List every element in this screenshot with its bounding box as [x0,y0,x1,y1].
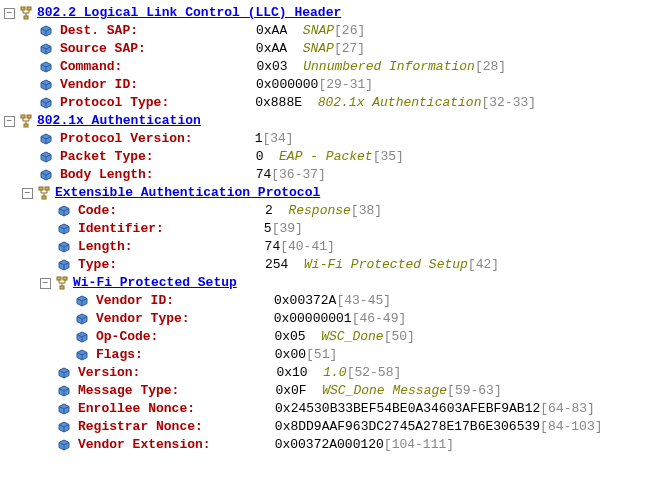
section-title[interactable]: 802.1x Authentication [37,112,201,130]
field-bytes: [36-37] [271,166,326,184]
field-dest-sap[interactable]: Dest. SAP: 0xAA SNAP [26] [4,22,668,40]
field-value: 0x00372A000120 [275,436,384,454]
field-value: 0x888E [255,94,302,112]
field-eap-length[interactable]: Length: 74 [40-41] [4,238,668,256]
collapse-icon[interactable]: − [40,278,51,289]
svg-rect-27 [21,115,25,118]
field-label: Code: [78,202,117,220]
field-eap-type[interactable]: Type: 254 Wi-Fi Protected Setup [42] [4,256,668,274]
field-label: Vendor ID: [96,292,174,310]
field-value: 0x0F [275,382,306,400]
field-value: 0xAA [256,22,287,40]
field-value: 0x00000001 [274,310,352,328]
field-bytes: [43-45] [336,292,391,310]
field-value: 74 [256,166,272,184]
field-value: 0x00 [275,346,306,364]
section-eap-header[interactable]: − Extensible Authentication Protocol [4,184,668,202]
field-label: Packet Type: [60,148,154,166]
field-icon [76,313,90,325]
field-value: 0x00372A [274,292,336,310]
field-value: 254 [265,256,288,274]
field-icon [40,43,54,55]
svg-rect-33 [24,124,28,127]
field-wps-opcode[interactable]: Op-Code: 0x05 WSC_Done [50] [4,328,668,346]
field-bytes: [38] [351,202,382,220]
field-value: 0x03 [256,58,287,76]
field-value: 0x24530B33BEF54BE0A34603AFEBF9AB12 [275,400,540,418]
field-icon [58,259,72,271]
field-label: Op-Code: [96,328,158,346]
field-bytes: [104-111] [384,436,454,454]
field-label: Command: [60,58,122,76]
field-meaning: EAP - Packet [279,148,373,166]
svg-rect-28 [27,115,31,118]
field-icon [58,241,72,253]
section-dot1x-header[interactable]: − 802.1x Authentication [4,112,668,130]
svg-rect-47 [45,187,49,190]
field-icon [58,205,72,217]
field-bytes: [27] [334,40,365,58]
field-icon [58,223,72,235]
field-packet-type[interactable]: Packet Type: 0 EAP - Packet [35] [4,148,668,166]
field-protocol-type[interactable]: Protocol Type: 0x888E 802.1x Authenticat… [4,94,668,112]
section-title[interactable]: Wi-Fi Protected Setup [73,274,237,292]
protocol-group-icon [19,114,33,128]
field-body-length[interactable]: Body Length: 74 [36-37] [4,166,668,184]
svg-rect-70 [63,277,67,280]
field-bytes: [32-33] [481,94,536,112]
section-wps-header[interactable]: − Wi-Fi Protected Setup [4,274,668,292]
field-label: Enrollee Nonce: [78,400,195,418]
field-icon [40,25,54,37]
field-icon [40,97,54,109]
field-meaning: WSC_Done [321,328,383,346]
field-value: 0x000000 [256,76,318,94]
field-wps-enrollee-nonce[interactable]: Enrollee Nonce: 0x24530B33BEF54BE0A34603… [4,400,668,418]
field-icon [58,439,72,451]
field-bytes: [84-103] [540,418,602,436]
field-value: 0xAA [256,40,287,58]
collapse-icon[interactable]: − [4,116,15,127]
collapse-icon[interactable]: − [22,188,33,199]
field-protocol-version[interactable]: Protocol Version: 1 [34] [4,130,668,148]
field-label: Protocol Version: [60,130,193,148]
field-bytes: [50] [384,328,415,346]
field-meaning: SNAP [303,22,334,40]
field-wps-vendor-extension[interactable]: Vendor Extension: 0x00372A000120 [104-11… [4,436,668,454]
field-meaning: 802.1x Authentication [318,94,482,112]
field-icon [40,61,54,73]
field-meaning: Wi-Fi Protected Setup [304,256,468,274]
field-icon [40,79,54,91]
field-eap-identifier[interactable]: Identifier: 5 [39] [4,220,668,238]
field-wps-message-type[interactable]: Message Type: 0x0F WSC_Done Message [59-… [4,382,668,400]
section-llc-header[interactable]: − 802.2 Logical Link Control (LLC) Heade… [4,4,668,22]
field-icon [58,367,72,379]
field-source-sap[interactable]: Source SAP: 0xAA SNAP [27] [4,40,668,58]
svg-rect-6 [24,16,28,19]
collapse-icon[interactable]: − [4,8,15,19]
field-bytes: [29-31] [318,76,373,94]
field-label: Length: [78,238,133,256]
field-wps-version[interactable]: Version: 0x10 1.0 [52-58] [4,364,668,382]
field-wps-vendor-type[interactable]: Vendor Type: 0x00000001 [46-49] [4,310,668,328]
field-icon [76,349,90,361]
section-title[interactable]: Extensible Authentication Protocol [55,184,320,202]
svg-rect-46 [39,187,43,190]
field-bytes: [42] [468,256,499,274]
section-title[interactable]: 802.2 Logical Link Control (LLC) Header [37,4,341,22]
field-label: Flags: [96,346,143,364]
field-eap-code[interactable]: Code: 2 Response [38] [4,202,668,220]
field-bytes: [26] [334,22,365,40]
field-value: 0 [256,148,264,166]
field-command[interactable]: Command: 0x03 Unnumbered Information [28… [4,58,668,76]
svg-rect-69 [57,277,61,280]
field-value: 0x05 [274,328,305,346]
field-label: Vendor Extension: [78,436,211,454]
field-llc-vendor-id[interactable]: Vendor ID: 0x000000 [29-31] [4,76,668,94]
field-wps-registrar-nonce[interactable]: Registrar Nonce: 0x8DD9AAF963DC2745A278E… [4,418,668,436]
field-icon [58,403,72,415]
field-meaning: Unnumbered Information [303,58,475,76]
field-wps-flags[interactable]: Flags: 0x00 [51] [4,346,668,364]
field-label: Vendor ID: [60,76,138,94]
svg-rect-75 [60,286,64,289]
field-wps-vendor-id[interactable]: Vendor ID: 0x00372A [43-45] [4,292,668,310]
